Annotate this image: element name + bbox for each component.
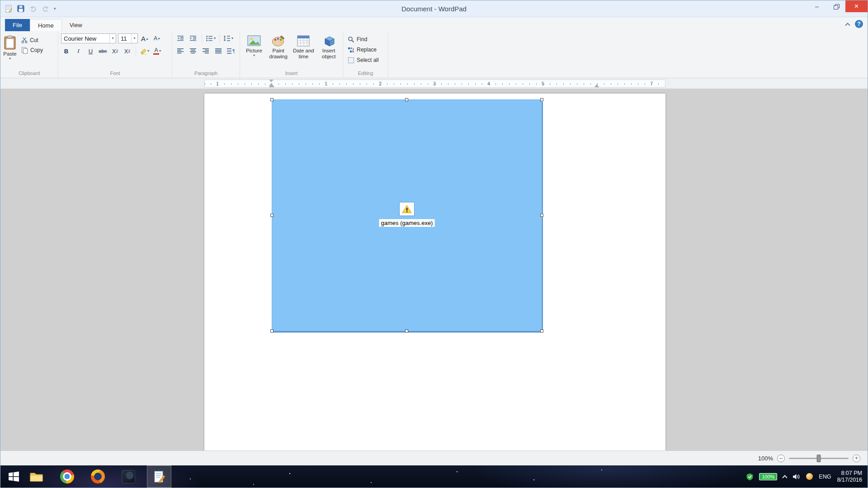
- security-shield-icon[interactable]: [746, 473, 753, 480]
- italic-button[interactable]: I: [73, 46, 84, 56]
- resize-handle-n[interactable]: [405, 98, 408, 101]
- increase-indent-button[interactable]: [188, 33, 198, 43]
- embedded-object[interactable]: games (games.exe): [272, 99, 542, 331]
- subscript-button[interactable]: X2: [110, 46, 120, 56]
- list-button[interactable]: ▾: [205, 33, 216, 43]
- font-color-button[interactable]: A ▾: [152, 46, 162, 56]
- taskbar: 100% ENG 8:07 PM 8/17/2016: [0, 465, 868, 488]
- strikethrough-button[interactable]: abe: [98, 46, 108, 56]
- decrease-indent-button[interactable]: [175, 33, 186, 43]
- font-family-select[interactable]: Courier New ▾: [61, 33, 116, 43]
- scissors-icon: [21, 37, 28, 43]
- document-page[interactable]: games (games.exe): [204, 94, 665, 450]
- cut-button[interactable]: Cut: [19, 35, 45, 45]
- copy-button[interactable]: Copy: [19, 45, 45, 55]
- resize-handle-sw[interactable]: [270, 329, 274, 333]
- help-icon[interactable]: ?: [855, 20, 863, 28]
- paragraph-dialog-button[interactable]: ¶: [226, 46, 236, 56]
- resize-handle-ne[interactable]: [540, 98, 543, 101]
- align-center-button[interactable]: [188, 46, 198, 56]
- resize-handle-w[interactable]: [270, 214, 274, 217]
- speaker-icon[interactable]: [793, 474, 800, 480]
- taskbar-file-explorer[interactable]: [24, 465, 48, 488]
- save-icon[interactable]: [16, 4, 25, 13]
- start-button[interactable]: [3, 465, 24, 488]
- document-area[interactable]: games (games.exe): [0, 89, 868, 450]
- resize-handle-s[interactable]: [405, 329, 408, 333]
- replace-button[interactable]: Replace: [346, 45, 381, 55]
- collapse-ribbon-icon[interactable]: [845, 23, 850, 28]
- battery-indicator[interactable]: 100%: [759, 473, 777, 480]
- tab-home[interactable]: Home: [30, 19, 62, 31]
- paint-drawing-label: Paint drawing: [267, 48, 290, 60]
- ruler-number: 2: [379, 80, 382, 88]
- zoom-slider-thumb[interactable]: [817, 455, 821, 462]
- highlight-color-button[interactable]: ▾: [139, 46, 150, 56]
- tab-view[interactable]: View: [62, 19, 90, 31]
- tab-file[interactable]: File: [5, 19, 30, 31]
- paint-drawing-button[interactable]: Paint drawing: [267, 33, 290, 70]
- tray-notification-icon[interactable]: [806, 473, 813, 480]
- redo-icon[interactable]: [41, 4, 50, 13]
- resize-handle-nw[interactable]: [270, 98, 274, 101]
- dark-app-icon: [122, 470, 135, 483]
- ruler-bar: 1 1 2 3 4 5 7: [0, 78, 868, 89]
- broken-file-icon[interactable]: [399, 202, 415, 216]
- font-size-select[interactable]: 11 ▾: [118, 33, 138, 43]
- shrink-font-letter: A: [154, 35, 157, 42]
- date-time-button[interactable]: Date and time: [292, 33, 316, 70]
- minimize-button[interactable]: –: [807, 0, 826, 12]
- divider: [202, 34, 202, 43]
- font-family-dropdown-icon[interactable]: ▾: [109, 34, 116, 43]
- taskbar-clock[interactable]: 8:07 PM 8/17/2016: [837, 470, 862, 483]
- insert-object-button[interactable]: Insert object: [317, 33, 340, 70]
- shrink-font-button[interactable]: A▼: [152, 33, 162, 43]
- font-color-letter: A: [154, 48, 158, 53]
- resize-handle-se[interactable]: [540, 329, 543, 333]
- align-left-button[interactable]: [175, 46, 186, 56]
- font-size-dropdown-icon[interactable]: ▾: [131, 34, 137, 43]
- zoom-in-button[interactable]: +: [853, 455, 860, 462]
- left-indent-marker[interactable]: [269, 86, 274, 87]
- ruler[interactable]: 1 1 2 3 4 5 7: [204, 80, 665, 88]
- right-indent-marker[interactable]: [594, 82, 599, 87]
- hanging-indent-marker[interactable]: [269, 81, 274, 86]
- justify-button[interactable]: [213, 46, 224, 56]
- wordpad-app-icon[interactable]: [4, 4, 13, 13]
- maximize-button[interactable]: [826, 0, 845, 12]
- line-spacing-button[interactable]: ▾: [223, 33, 234, 43]
- ribbon-spacer: [388, 31, 868, 78]
- select-all-button[interactable]: Select all: [346, 55, 381, 65]
- paste-button[interactable]: Paste ▾: [3, 33, 17, 70]
- replace-label: Replace: [357, 47, 377, 53]
- taskbar-chrome[interactable]: [55, 465, 79, 488]
- cut-label: Cut: [30, 37, 38, 43]
- undo-icon[interactable]: [28, 4, 38, 13]
- embedded-object-label[interactable]: games (games.exe): [379, 219, 435, 227]
- superscript-mark: 2: [128, 49, 130, 53]
- resize-handle-e[interactable]: [540, 214, 543, 217]
- superscript-button[interactable]: X2: [122, 46, 132, 56]
- bold-button[interactable]: B: [61, 46, 71, 56]
- underline-button[interactable]: U: [85, 46, 96, 56]
- show-hidden-icons-chevron[interactable]: [783, 475, 788, 480]
- taskbar-wordpad[interactable]: [147, 465, 171, 488]
- clipboard-group-label: Clipboard: [0, 70, 58, 78]
- taskbar-browser-2[interactable]: [85, 465, 110, 488]
- select-all-icon: [348, 57, 354, 64]
- taskbar-app-dark[interactable]: [116, 465, 141, 488]
- find-button[interactable]: Find: [346, 34, 381, 44]
- font-family-value: Courier New: [61, 35, 109, 42]
- zoom-slider[interactable]: [789, 458, 849, 459]
- qat-customize-dropdown-icon[interactable]: ▾: [53, 6, 57, 11]
- line-spacing-icon: [223, 35, 231, 42]
- language-indicator[interactable]: ENG: [819, 474, 831, 480]
- paste-dropdown-icon: ▾: [9, 57, 11, 60]
- close-button[interactable]: ×: [845, 0, 868, 12]
- warning-triangle-icon: [402, 205, 412, 214]
- paint-palette-icon: [272, 35, 285, 47]
- zoom-out-button[interactable]: –: [777, 455, 785, 462]
- grow-font-button[interactable]: A▲: [140, 33, 150, 43]
- align-right-button[interactable]: [200, 46, 211, 56]
- insert-picture-button[interactable]: Picture ▾: [243, 33, 265, 70]
